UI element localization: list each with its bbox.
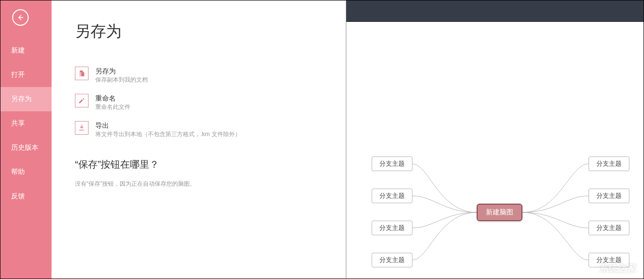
section-title: “保存”按钮在哪里？ — [75, 158, 326, 171]
branch-node-left[interactable]: 分支主题 — [372, 221, 412, 235]
action-desc: 重命名此文件 — [95, 103, 130, 111]
action-desc: 保存副本到我的文档 — [95, 75, 148, 84]
branch-label: 分支主题 — [379, 256, 405, 264]
sidebar-label: 另存为 — [11, 95, 32, 104]
branch-label: 分支主题 — [379, 224, 405, 232]
action-export[interactable]: 导出 将文件导出到本地（不包含第三方格式，.km 文件除外） — [75, 121, 326, 139]
action-text: 导出 将文件导出到本地（不包含第三方格式，.km 文件除外） — [95, 121, 241, 139]
sidebar-label: 打开 — [11, 70, 25, 79]
watermark-logo-icon — [580, 261, 597, 276]
branch-label: 分支主题 — [596, 159, 622, 168]
action-rename[interactable]: 重命名 重命名此文件 — [75, 94, 326, 111]
sidebar-item-save-as[interactable]: 另存为 — [0, 87, 52, 111]
sidebar-item-history[interactable]: 历史版本 — [0, 136, 52, 160]
sidebar-label: 帮助 — [11, 168, 25, 176]
action-title: 导出 — [95, 121, 241, 130]
branch-label: 分支主题 — [379, 192, 405, 200]
sidebar-label: 新建 — [11, 46, 25, 55]
sidebar-item-share[interactable]: 共享 — [0, 111, 52, 136]
sidebar: 新建 打开 另存为 共享 历史版本 帮助 反馈 — [0, 0, 52, 279]
content-area: 另存为 另存为 保存副本到我的文档 重命名 重命名此文件 — [52, 0, 346, 279]
sidebar-label: 历史版本 — [11, 143, 38, 152]
watermark: 系统之家 — [580, 261, 637, 276]
top-bar — [346, 0, 644, 22]
branch-label: 分支主题 — [596, 224, 622, 232]
branch-node-left[interactable]: 分支主题 — [372, 189, 412, 203]
left-panel: 新建 打开 另存为 共享 历史版本 帮助 反馈 另存为 另存为 保存副本到我的文… — [0, 0, 346, 279]
sidebar-label: 反馈 — [11, 192, 25, 201]
right-panel: 新建脑图 分支主题 分支主题 分支主题 分支主题 分支主题 分支主题 分支主题 … — [346, 0, 644, 279]
back-arrow-icon — [17, 14, 24, 21]
sidebar-label: 共享 — [11, 119, 25, 128]
branch-node-right[interactable]: 分支主题 — [589, 189, 629, 203]
branch-label: 分支主题 — [379, 159, 405, 168]
sidebar-item-help[interactable]: 帮助 — [0, 160, 52, 184]
sidebar-item-feedback[interactable]: 反馈 — [0, 184, 52, 209]
sidebar-item-open[interactable]: 打开 — [0, 63, 52, 87]
mindmap-canvas[interactable]: 新建脑图 分支主题 分支主题 分支主题 分支主题 分支主题 分支主题 分支主题 … — [346, 22, 644, 279]
branch-label: 分支主题 — [596, 192, 622, 200]
branch-node-left[interactable]: 分支主题 — [372, 157, 412, 171]
central-node-label: 新建脑图 — [486, 208, 513, 217]
back-button[interactable] — [12, 9, 29, 26]
connectors — [346, 22, 644, 279]
action-text: 另存为 保存副本到我的文档 — [95, 67, 148, 84]
action-desc: 将文件导出到本地（不包含第三方格式，.km 文件除外） — [95, 130, 241, 139]
sidebar-item-new[interactable]: 新建 — [0, 38, 52, 63]
page-title: 另存为 — [75, 21, 326, 42]
action-title: 重命名 — [95, 94, 130, 103]
branch-node-right[interactable]: 分支主题 — [589, 157, 629, 171]
branch-node-right[interactable]: 分支主题 — [589, 221, 629, 235]
action-text: 重命名 重命名此文件 — [95, 94, 130, 111]
section-desc: 没有“保存”按钮，因为正在自动保存您的脑图。 — [75, 180, 326, 188]
action-title: 另存为 — [95, 67, 148, 75]
download-icon — [75, 121, 89, 135]
central-node[interactable]: 新建脑图 — [477, 204, 522, 221]
svg-rect-0 — [586, 270, 591, 274]
watermark-text: 系统之家 — [600, 262, 637, 274]
edit-icon — [75, 94, 89, 107]
action-save-as[interactable]: 另存为 保存副本到我的文档 — [75, 67, 326, 84]
files-icon — [75, 67, 89, 80]
branch-node-left[interactable]: 分支主题 — [372, 253, 412, 267]
